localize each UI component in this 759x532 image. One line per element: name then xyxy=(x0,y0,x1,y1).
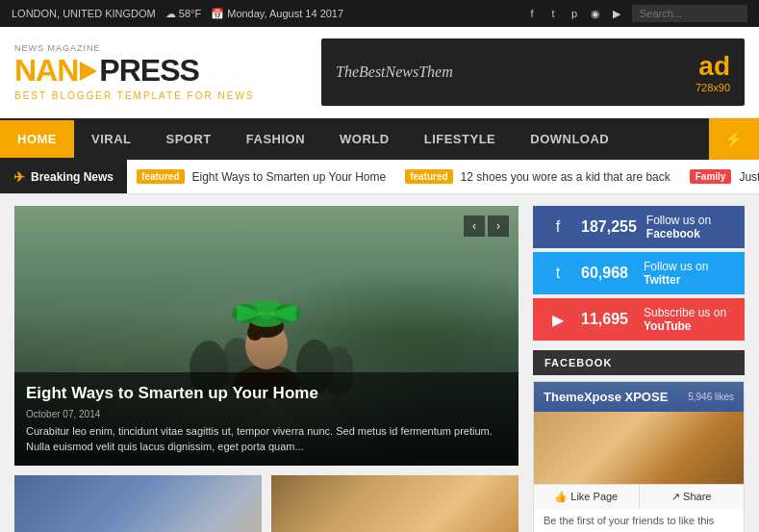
instagram-top-icon[interactable]: ◉ xyxy=(588,6,603,21)
thumb-card-2[interactable] xyxy=(271,475,519,532)
fb-friends-text: Be the first of your friends to like thi… xyxy=(534,509,744,532)
featured-caption: Eight Ways to Smarten up Your Home Octob… xyxy=(14,372,519,466)
location: LONDON, UNITED KINGDOM xyxy=(12,8,156,19)
twitter-sidebar-icon: t xyxy=(544,260,571,287)
temperature: ☁ 58°F xyxy=(165,8,201,20)
featured-date: October 07, 2014 xyxy=(26,409,507,419)
nav-viral[interactable]: VIRAL xyxy=(74,120,149,158)
fb-share-button[interactable]: ↗ Share xyxy=(640,485,745,509)
nav-lifestyle[interactable]: LIFESTYLE xyxy=(407,120,514,158)
facebook-top-icon[interactable]: f xyxy=(524,6,540,21)
article-nav-buttons: ‹ › xyxy=(464,215,509,237)
main-content: ‹ › Eight Ways to Smarten up Your Home O… xyxy=(0,194,759,532)
ad-size: 728x90 xyxy=(696,82,730,93)
nav-items: HOME VIRAL SPORT FASHION WORLD LIFESTYLE… xyxy=(0,120,626,158)
top-bar: LONDON, UNITED KINGDOM ☁ 58°F 📅 Monday, … xyxy=(0,0,759,27)
ad-banner: TheBestNewsThem ad 728x90 xyxy=(321,38,745,106)
breaking-label-text: Breaking News xyxy=(31,170,114,184)
fb-cover-image xyxy=(534,412,744,484)
ad-right-group: ad 728x90 xyxy=(696,51,730,93)
breaking-flag-icon: ✈ xyxy=(13,169,25,185)
badge-featured-1: featured xyxy=(137,169,184,184)
ticker-text-3[interactable]: Just in: Mo... xyxy=(739,170,759,184)
badge-family: Family xyxy=(690,169,732,184)
youtube-count-card[interactable]: ▶ 11,695 Subscribe us on YouTube xyxy=(533,298,745,341)
ad-text-right: ad xyxy=(698,51,730,82)
thumb-image-2 xyxy=(271,475,519,532)
youtube-count: 11,695 xyxy=(581,311,634,328)
youtube-sidebar-icon: ▶ xyxy=(544,306,571,333)
article-next-button[interactable]: › xyxy=(488,215,509,237)
facebook-follow-label: Follow us on Facebook xyxy=(646,214,733,241)
facebook-section: FACEBOOK ThemeXpose XPOSE 5,946 likes 👍 … xyxy=(533,350,745,532)
logo-press: PRESS xyxy=(99,53,198,89)
thumb-image-1 xyxy=(14,475,262,532)
nav-home[interactable]: HOME xyxy=(0,120,74,158)
article-prev-button[interactable]: ‹ xyxy=(464,215,485,237)
thumb-card-1[interactable] xyxy=(14,475,262,532)
logo-eyebrow: NEWS MAGAZINE xyxy=(14,43,255,53)
date: 📅 Monday, August 14 2017 xyxy=(211,8,343,20)
thumbnail-row xyxy=(14,475,519,532)
logo-area: NEWS MAGAZINE NAN PRESS BEST BLOGGER TEM… xyxy=(14,43,255,101)
fb-widget-header: ThemeXpose XPOSE 5,946 likes xyxy=(534,382,744,412)
right-sidebar: f 187,255 Follow us on Facebook t 60,968… xyxy=(533,206,745,532)
breaking-news-bar: ✈ Breaking News featured Eight Ways to S… xyxy=(0,160,759,194)
left-column: ‹ › Eight Ways to Smarten up Your Home O… xyxy=(14,206,519,532)
ticker-text-1[interactable]: Eight Ways to Smarten up Your Home xyxy=(192,170,387,184)
nav-download[interactable]: DOWNLOAD xyxy=(513,120,626,158)
ad-text-left: TheBestNewsThem xyxy=(336,63,453,81)
fb-likes: 5,946 likes xyxy=(688,392,734,402)
fb-like-button[interactable]: 👍 Like Page xyxy=(534,485,640,509)
logo-nano: NAN xyxy=(14,53,78,89)
facebook-section-title: FACEBOOK xyxy=(533,350,745,375)
nav-sport[interactable]: SPORT xyxy=(149,120,229,158)
featured-excerpt: Curabitur leo enim, tincidunt vitae sagi… xyxy=(26,424,507,454)
featured-article: ‹ › Eight Ways to Smarten up Your Home O… xyxy=(14,206,519,466)
navbar: HOME VIRAL SPORT FASHION WORLD LIFESTYLE… xyxy=(0,118,759,160)
ticker-text-2[interactable]: 12 shoes you wore as a kid that are back xyxy=(461,170,670,184)
featured-title[interactable]: Eight Ways to Smarten up Your Home xyxy=(26,384,507,403)
breaking-ticker: featured Eight Ways to Smarten up Your H… xyxy=(127,169,759,184)
header: NEWS MAGAZINE NAN PRESS BEST BLOGGER TEM… xyxy=(0,27,759,118)
facebook-widget: ThemeXpose XPOSE 5,946 likes 👍 Like Page… xyxy=(533,381,745,532)
facebook-sidebar-icon: f xyxy=(544,214,571,241)
top-bar-left: LONDON, UNITED KINGDOM ☁ 58°F 📅 Monday, … xyxy=(12,8,343,20)
logo-sub: BEST BLOGGER TEMPLATE FOR NEWS xyxy=(14,90,255,101)
youtube-follow-label: Subscribe us on YouTube xyxy=(644,306,733,333)
facebook-count-card[interactable]: f 187,255 Follow us on Facebook xyxy=(533,206,745,248)
twitter-count: 60,968 xyxy=(581,265,634,282)
fb-page-name: ThemeXpose XPOSE xyxy=(544,390,668,404)
logo-play-icon xyxy=(80,62,97,81)
nav-world[interactable]: WORLD xyxy=(322,120,407,158)
top-bar-right: f t p ◉ ▶ xyxy=(524,5,747,22)
youtube-top-icon[interactable]: ▶ xyxy=(609,6,624,21)
facebook-count: 187,255 xyxy=(581,218,637,236)
twitter-follow-label: Follow us on Twitter xyxy=(644,260,733,287)
search-input[interactable] xyxy=(632,5,747,22)
nav-fashion[interactable]: FASHION xyxy=(229,120,322,158)
social-icons-top: f t p ◉ ▶ xyxy=(524,6,624,21)
nav-random-button[interactable]: ⚡ xyxy=(709,118,759,160)
twitter-top-icon[interactable]: t xyxy=(545,6,561,21)
pinterest-top-icon[interactable]: p xyxy=(567,6,582,21)
logo-main: NAN PRESS xyxy=(14,53,255,89)
fb-action-buttons: 👍 Like Page ↗ Share xyxy=(534,484,744,509)
twitter-count-card[interactable]: t 60,968 Follow us on Twitter xyxy=(533,252,745,294)
badge-featured-2: featured xyxy=(405,169,452,184)
breaking-label: ✈ Breaking News xyxy=(0,160,127,193)
